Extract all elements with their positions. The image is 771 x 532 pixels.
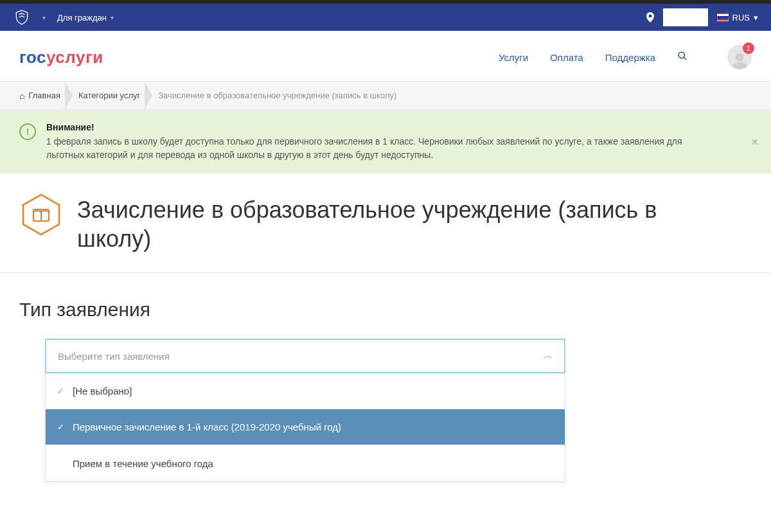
chevron-down-icon: ▾ [111,14,114,21]
application-type-select: Выберите тип заявления ︿ ✓ [Не выбрано] … [45,339,565,482]
check-icon: ✓ [57,422,66,432]
breadcrumb-current-label: Зачисление в образовательное учреждение … [158,91,396,100]
audience-label: Для граждан [57,13,107,22]
info-alert: ! Внимание! 1 февраля запись в школу буд… [0,110,771,173]
service-hexagon-icon [19,193,63,236]
option-primary[interactable]: ✓ Первичное зачисление в 1-й класс (2019… [46,409,565,445]
audience-dropdown[interactable]: Для граждан ▾ [57,13,114,22]
alert-title: Внимание! [46,122,721,132]
chevron-down-icon: ▾ [754,13,758,22]
breadcrumb-current: Зачисление в образовательное учреждение … [152,82,408,109]
logo-part2: услуги [46,48,103,67]
dropdown-trigger[interactable]: Выберите тип заявления ︿ [45,339,565,373]
alert-close-icon[interactable]: × [751,136,758,149]
svg-point-0 [678,52,684,58]
page-title: Зачисление в образовательное учреждение … [77,193,720,253]
alert-info-icon: ! [19,123,36,140]
option-primary-label: Первичное зачисление в 1-й класс (2019-2… [73,421,341,432]
dropdown-list: ✓ [Не выбрано] ✓ Первичное зачисление в … [45,373,565,482]
user-menu[interactable]: 1 [727,45,752,69]
svg-point-2 [736,53,744,62]
check-icon: ✓ [57,386,66,396]
option-during-year-label: Прием в течение учебного года [73,458,213,469]
breadcrumb-home[interactable]: ⌂ Главная [19,82,72,109]
search-icon[interactable] [677,51,687,64]
language-label: RUS [732,13,750,22]
main-header: госуслуги Услуги Оплата Поддержка 1 [0,31,771,82]
site-logo[interactable]: госуслуги [19,48,103,67]
home-icon: ⌂ [19,91,24,101]
breadcrumb: ⌂ Главная Категории услуг Зачисление в о… [0,82,771,110]
option-during-year[interactable]: ✓ Прием в течение учебного года [46,445,565,481]
breadcrumb-home-label: Главная [28,91,60,100]
breadcrumb-categories-label: Категории услуг [78,91,140,100]
nav-payment[interactable]: Оплата [550,52,583,63]
form-section: Тип заявления Выберите тип заявления ︿ ✓… [0,273,771,520]
option-none-label: [Не выбрано] [73,386,132,396]
logo-part1: гос [19,48,46,67]
flag-ru-icon [717,13,729,21]
nav-support[interactable]: Поддержка [605,52,655,63]
gov-header: ▾ Для граждан ▾ RUS ▾ [0,4,771,31]
emblem-dropdown[interactable]: ▾ [42,14,46,21]
location-region[interactable] [663,8,708,26]
state-emblem-icon [13,8,31,26]
svg-line-1 [684,57,686,60]
location-pin-icon[interactable] [646,12,654,22]
alert-text: 1 февраля запись в школу будет доступна … [46,135,721,162]
title-section: Зачисление в образовательное учреждение … [0,173,771,273]
section-heading: Тип заявления [19,299,752,321]
notification-badge: 1 [743,42,754,54]
option-none[interactable]: ✓ [Не выбрано] [46,373,565,409]
language-selector[interactable]: RUS ▾ [717,13,758,22]
dropdown-placeholder: Выберите тип заявления [58,351,170,362]
chevron-down-icon: ▾ [42,14,46,21]
main-nav: Услуги Оплата Поддержка 1 [499,45,752,69]
nav-services[interactable]: Услуги [499,52,528,63]
breadcrumb-categories[interactable]: Категории услуг [72,82,152,109]
chevron-up-icon: ︿ [544,350,553,362]
